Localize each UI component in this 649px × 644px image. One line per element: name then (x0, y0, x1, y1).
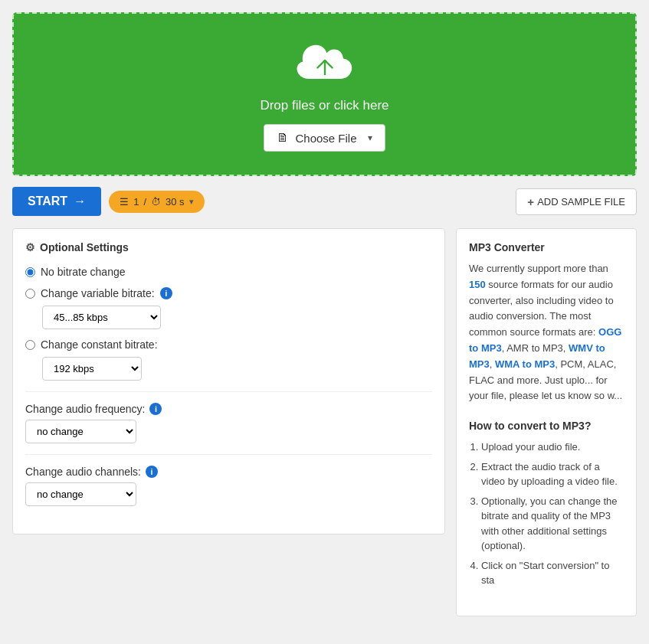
howto-title: How to convert to MP3? (469, 420, 624, 432)
drop-zone[interactable]: Drop files or click here 🗎 Choose File ▾ (12, 12, 637, 176)
settings-title-label: Optional Settings (40, 241, 129, 253)
constant-bitrate-group: Change constant bitrate: 192 kbps 128 kb… (25, 338, 432, 381)
divider-2 (25, 454, 432, 455)
variable-bitrate-info-icon[interactable]: i (160, 287, 172, 299)
file-info-badge[interactable]: ☰ 1 / ⏱ 30 s ▾ (109, 191, 204, 213)
constant-bitrate-text: Change constant bitrate: (41, 338, 158, 351)
variable-bitrate-radio[interactable] (25, 289, 35, 299)
settings-panel: ⚙ Optional Settings No bitrate change Ch… (12, 228, 445, 534)
choose-file-button[interactable]: 🗎 Choose File ▾ (264, 124, 385, 152)
upload-cloud-icon (294, 37, 356, 89)
file-duration: 30 s (166, 196, 185, 208)
drop-text: Drop files or click here (29, 98, 620, 113)
files-icon: ☰ (120, 196, 129, 208)
file-count: 1 (133, 196, 139, 208)
channels-label: Change audio channels: i (25, 466, 432, 478)
variable-bitrate-select[interactable]: 45...85 kbps 64...128 kbps 80...160 kbps (42, 306, 161, 329)
toolbar-left: START → ☰ 1 / ⏱ 30 s ▾ (12, 187, 205, 216)
plus-icon: + (527, 195, 534, 208)
howto-section: How to convert to MP3? Upload your audio… (469, 420, 624, 588)
gear-icon: ⚙ (25, 241, 35, 253)
settings-title: ⚙ Optional Settings (25, 241, 432, 253)
variable-bitrate-group: Change variable bitrate: i 45...85 kbps … (25, 287, 432, 329)
constant-bitrate-radio[interactable] (25, 340, 35, 350)
chevron-down-icon: ▾ (189, 197, 194, 207)
step-1: Upload your audio file. (481, 440, 624, 455)
no-bitrate-radio[interactable] (25, 267, 35, 277)
step-2: Extract the audio track of a video by up… (481, 459, 624, 489)
toolbar: START → ☰ 1 / ⏱ 30 s ▾ + ADD SAMPLE FILE (12, 187, 637, 216)
divider-1 (25, 391, 432, 392)
frequency-label: Change audio frequency: i (25, 403, 432, 415)
add-sample-label: ADD SAMPLE FILE (537, 196, 625, 208)
frequency-info-icon[interactable]: i (149, 403, 162, 415)
file-icon: 🗎 (277, 131, 289, 145)
info-panel: MP3 Converter We currently support more … (456, 228, 637, 616)
arrow-right-icon: → (74, 195, 86, 208)
choose-file-label: Choose File (295, 132, 356, 145)
frequency-select[interactable]: no change 8000 Hz 11025 Hz 16000 Hz 2205… (25, 420, 136, 443)
channels-label-text: Change audio channels: (25, 466, 141, 478)
channels-info-icon[interactable]: i (146, 466, 158, 478)
chevron-down-icon: ▾ (368, 132, 372, 143)
converter-section: MP3 Converter We currently support more … (469, 241, 624, 404)
main-content: ⚙ Optional Settings No bitrate change Ch… (12, 228, 637, 616)
constant-bitrate-select[interactable]: 192 kbps 128 kbps 256 kbps 320 kbps (42, 357, 142, 381)
link-wma-to-mp3[interactable]: WMA to MP3 (495, 358, 555, 370)
constant-bitrate-label[interactable]: Change constant bitrate: (25, 338, 432, 351)
step-4: Click on "Start conversion" to sta (481, 558, 624, 588)
no-bitrate-label[interactable]: No bitrate change (25, 266, 432, 278)
clock-icon: ⏱ (151, 196, 161, 208)
variable-bitrate-label[interactable]: Change variable bitrate: i (25, 287, 432, 299)
link-150[interactable]: 150 (469, 279, 486, 290)
step-3: Optionally, you can change the bitrate a… (481, 494, 624, 554)
start-label: START (28, 195, 67, 208)
steps-list: Upload your audio file. Extract the audi… (469, 440, 624, 588)
frequency-label-text: Change audio frequency: (25, 403, 145, 415)
converter-body: We currently support more than 150 sourc… (469, 261, 624, 404)
converter-title: MP3 Converter (469, 241, 624, 253)
start-button[interactable]: START → (12, 187, 101, 216)
add-sample-button[interactable]: + ADD SAMPLE FILE (516, 188, 637, 215)
channels-select[interactable]: no change mono stereo (25, 482, 136, 506)
variable-bitrate-text: Change variable bitrate: (41, 287, 155, 299)
separator: / (143, 196, 146, 208)
no-bitrate-group: No bitrate change (25, 266, 432, 278)
no-bitrate-text: No bitrate change (41, 266, 126, 278)
